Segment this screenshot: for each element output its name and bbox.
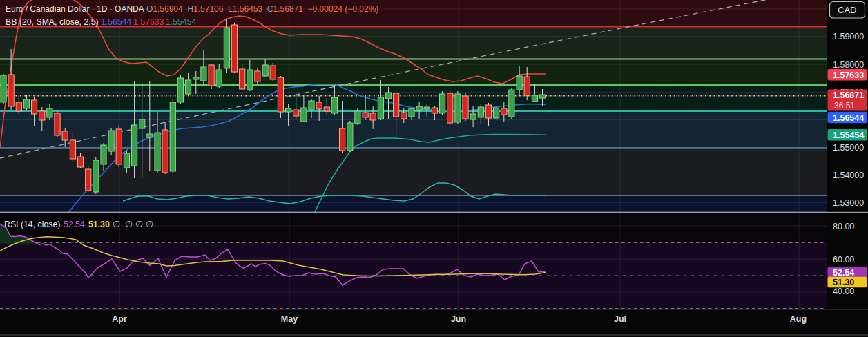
svg-text:Apr: Apr [112, 314, 127, 324]
svg-text:52.54: 52.54 [833, 268, 854, 278]
svg-text:∅: ∅ [146, 219, 153, 229]
svg-text:CAD: CAD [838, 5, 856, 15]
svg-text:1.55454: 1.55454 [166, 17, 197, 27]
svg-text:Aug: Aug [790, 314, 807, 324]
svg-text:O1.56904 H1.57106 L1.56453: O1.56904 H1.57106 L1.56453 C1.56871 −0.0… [146, 4, 378, 14]
svg-text:36:51: 36:51 [834, 101, 855, 110]
svg-text:1.58000: 1.58000 [833, 60, 864, 70]
svg-text:52.54: 52.54 [64, 220, 85, 229]
svg-text:Jul: Jul [614, 314, 626, 324]
svg-text:∅: ∅ [125, 219, 133, 229]
svg-text:1.54000: 1.54000 [833, 171, 864, 180]
svg-text:1.59000: 1.59000 [833, 32, 864, 41]
svg-text:1.57633: 1.57633 [133, 17, 164, 27]
svg-text:80.00: 80.00 [833, 222, 854, 231]
svg-text:40.00: 40.00 [833, 287, 854, 296]
svg-text:1.53000: 1.53000 [833, 198, 864, 208]
svg-text:∅: ∅ [135, 219, 143, 229]
svg-text:∅: ∅ [113, 219, 120, 229]
svg-text:51.30: 51.30 [833, 278, 854, 287]
svg-text:May: May [281, 314, 298, 324]
svg-text:RSI (14, close): RSI (14, close) [4, 220, 60, 229]
svg-text:51.30: 51.30 [88, 220, 110, 229]
svg-text:Euro / Canadian Dollar · 1D ·: Euro / Canadian Dollar · 1D · OANDA [6, 4, 144, 14]
svg-text:1.56871: 1.56871 [833, 90, 864, 100]
svg-text:Jun: Jun [451, 314, 466, 324]
svg-text:1.55000: 1.55000 [833, 143, 864, 153]
svg-text:BB (20, SMA, close, 2.5): BB (20, SMA, close, 2.5) [6, 17, 99, 27]
svg-text:1.56544: 1.56544 [101, 17, 132, 27]
svg-text:1.56544: 1.56544 [833, 113, 864, 123]
svg-text:1.57633: 1.57633 [833, 70, 864, 80]
svg-text:60.00: 60.00 [833, 255, 854, 264]
svg-text:1.55454: 1.55454 [833, 131, 864, 140]
